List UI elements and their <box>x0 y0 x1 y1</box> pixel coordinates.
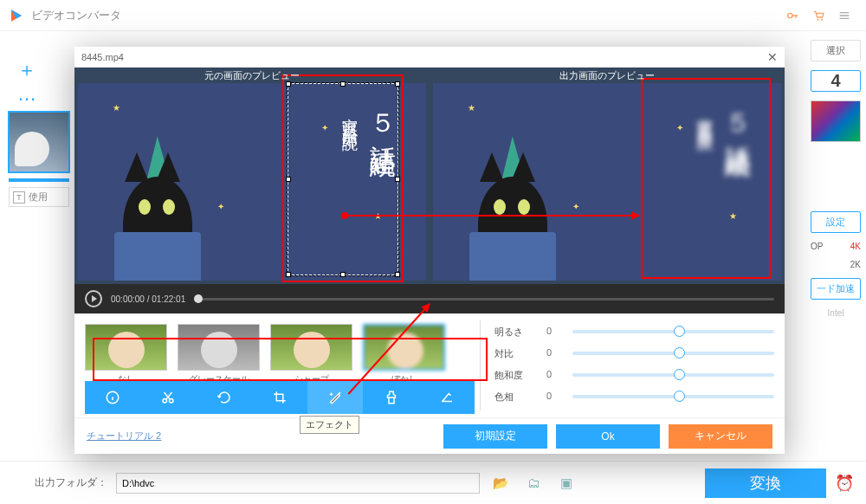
reset-button[interactable]: 初期設定 <box>443 424 547 449</box>
cut-tool[interactable] <box>140 381 196 414</box>
app-logo-icon <box>9 8 24 23</box>
tutorial-link[interactable]: チュートリアル 2 <box>87 430 161 443</box>
preview-area: 元の画面のプレビュー ★✦✦★ ５話連続 宮沢賢治郎読 出力画面のプレビュー ★… <box>74 68 785 284</box>
subtitle-tool[interactable] <box>419 381 475 414</box>
output-preview-title: 出力画面のプレビュー <box>430 69 785 82</box>
time-display: 00:00:00 / 01:22:01 <box>111 294 185 304</box>
menu-icon[interactable] <box>833 4 856 27</box>
selection-strip <box>9 178 69 182</box>
contrast-slider[interactable] <box>572 352 774 355</box>
output-folder-input[interactable] <box>116 473 480 494</box>
close-icon[interactable]: ✕ <box>767 50 778 64</box>
cancel-button[interactable]: キャンセル <box>669 424 772 449</box>
selection-marquee[interactable] <box>288 83 398 275</box>
source-preview-title: 元の画面のプレビュー <box>74 69 430 82</box>
source-thumbnail[interactable] <box>8 111 70 173</box>
svg-point-1 <box>817 18 818 20</box>
hw-accel[interactable]: 一ド加速 <box>811 278 861 300</box>
intel-label: Intel <box>811 308 861 318</box>
merge-icon[interactable]: ▣ <box>554 475 578 491</box>
effects-modal: 8445.mp4 ✕ 元の画面のプレビュー ★✦✦★ ５話連続 宮沢賢治郎読 出… <box>74 47 785 454</box>
brightness-slider[interactable] <box>572 330 774 333</box>
folder-icon[interactable]: 🗂 <box>521 475 546 490</box>
key-icon[interactable] <box>781 4 804 27</box>
app-title: ビデオコンバータ <box>31 8 121 23</box>
titlebar: ビデオコンバータ <box>0 0 866 31</box>
use-label[interactable]: T使用 <box>9 187 69 207</box>
footer: 出力フォルダ： 📂 🗂 ▣ 変換 ⏰ <box>0 461 866 504</box>
crop-tool[interactable] <box>252 381 307 414</box>
add-button[interactable]: ＋ … <box>0 57 78 111</box>
svg-point-0 <box>788 13 792 17</box>
rotate-tool[interactable] <box>197 381 252 414</box>
alarm-icon[interactable]: ⏰ <box>835 474 854 493</box>
format-preview-icon[interactable] <box>811 100 861 142</box>
svg-point-2 <box>821 18 823 20</box>
info-tool[interactable] <box>85 381 140 414</box>
hue-slider[interactable] <box>572 395 774 398</box>
right-settings[interactable]: 設定 <box>811 211 861 233</box>
effect-tooltip: エフェクト <box>300 416 359 434</box>
adjustment-sliders: 明るさ0 対比0 飽和度0 色相0 <box>494 320 774 410</box>
annotation-arrow-1 <box>345 215 639 216</box>
annotation-box-toolbar <box>93 338 488 381</box>
ok-button[interactable]: Ok <box>556 424 660 449</box>
cart-icon[interactable] <box>807 4 830 27</box>
format-number[interactable]: 4 <box>811 71 860 91</box>
modal-filename: 8445.mp4 <box>81 52 124 62</box>
seek-track[interactable] <box>194 298 774 300</box>
output-folder-label: 出力フォルダ： <box>35 475 107 490</box>
edit-toolbar <box>85 381 475 414</box>
saturation-slider[interactable] <box>572 373 774 377</box>
folder-open-icon[interactable]: 📂 <box>488 475 513 491</box>
modal-footer: チュートリアル 2 初期設定 Ok キャンセル <box>74 417 785 454</box>
left-panel: ＋ … T使用 <box>0 31 78 461</box>
right-panel: 選択 4 設定 OP4K 2K 一ド加速 Intel <box>805 31 866 461</box>
output-highlight <box>641 78 771 279</box>
play-button[interactable] <box>85 290 102 307</box>
right-select[interactable]: 選択 <box>811 40 861 61</box>
convert-button[interactable]: 変換 <box>705 468 826 498</box>
watermark-tool[interactable] <box>363 381 418 414</box>
